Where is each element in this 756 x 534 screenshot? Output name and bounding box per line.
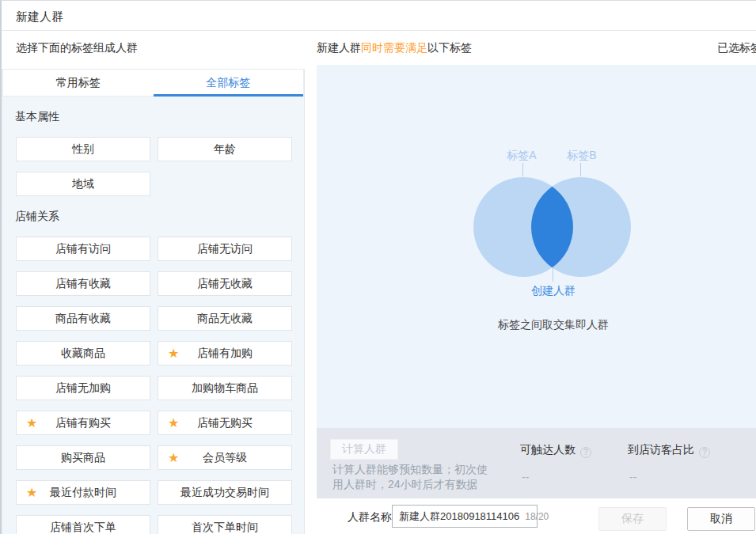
tag-label: 店铺无加购 xyxy=(55,381,111,396)
tag-button[interactable]: 收藏商品 xyxy=(16,341,150,365)
tag-button[interactable]: 加购物车商品 xyxy=(158,376,292,400)
tag-label: 店铺有收藏 xyxy=(55,277,111,291)
tag-grid-shop: 店铺有访问店铺无访问店铺有收藏店铺无收藏商品有收藏商品无收藏收藏商品★店铺有加购… xyxy=(2,237,304,534)
new-crowd-dialog: 新建人群 选择下面的标签组成人群 新建人群同时需要满足以下标签 已选标签 常用标… xyxy=(0,0,756,534)
tab-common-tags[interactable]: 常用标签 xyxy=(3,70,154,96)
tag-button[interactable]: 店铺有收藏 xyxy=(16,271,150,296)
tag-grid-basic: 性别年龄地域 xyxy=(2,137,304,196)
tag-button[interactable]: ★会员等级 xyxy=(158,445,292,470)
metric-label: 到店访客占比 xyxy=(628,443,694,457)
tag-button[interactable]: ★店铺有购买 xyxy=(16,411,150,435)
venn-diagram xyxy=(472,176,634,278)
tag-button[interactable]: 最近成功交易时间 xyxy=(158,480,292,505)
tag-button[interactable]: 商品有收藏 xyxy=(16,306,150,331)
venn-connector-center xyxy=(553,267,553,282)
dialog-footer: 人群名称 新建人群20180918114106 18/20 保存 取消 xyxy=(317,498,756,534)
tag-label: 年龄 xyxy=(214,142,236,157)
tag-button[interactable]: 性别 xyxy=(16,137,150,161)
tag-button[interactable]: ★店铺有加购 xyxy=(158,341,292,365)
dialog-title: 新建人群 xyxy=(16,9,63,25)
dialog-title-bar: 新建人群 xyxy=(2,1,756,31)
tag-label: 店铺无访问 xyxy=(197,242,253,256)
tag-label: 购买商品 xyxy=(61,451,105,465)
tag-tab-bar: 常用标签 全部标签 xyxy=(2,69,304,97)
venn-connector-a xyxy=(522,163,523,176)
tag-label: 店铺有访问 xyxy=(55,242,111,256)
tag-button[interactable]: 店铺无收藏 xyxy=(158,271,292,296)
tag-label: 地域 xyxy=(72,177,94,191)
metric-value: -- xyxy=(629,471,636,483)
subtitle-prefix: 新建人群 xyxy=(317,41,361,54)
tag-label: 性别 xyxy=(72,142,94,157)
tab-all-tags[interactable]: 全部标签 xyxy=(154,70,304,96)
tag-button[interactable]: 店铺无访问 xyxy=(158,237,292,261)
subtitle-suffix: 以下标签 xyxy=(427,41,472,54)
tag-label: 最近付款时间 xyxy=(50,486,116,500)
star-icon: ★ xyxy=(26,487,37,499)
tag-sections: 基本属性 性别年龄地域 店铺关系 店铺有访问店铺无访问店铺有收藏店铺无收藏商品有… xyxy=(2,97,304,534)
section-title-shop: 店铺关系 xyxy=(15,210,290,224)
star-icon: ★ xyxy=(26,417,37,430)
tag-button[interactable]: 年龄 xyxy=(158,137,292,161)
tag-button[interactable]: 首次下单时间 xyxy=(158,515,292,534)
star-icon: ★ xyxy=(168,452,179,464)
cancel-button[interactable]: 取消 xyxy=(687,507,755,531)
tag-label: 首次下单时间 xyxy=(192,521,258,534)
metric-reachable-count: 可触达人数? -- xyxy=(520,442,591,458)
calc-note-line1: 计算人群能够预知数量；初次使 xyxy=(332,463,488,477)
crowd-name-input[interactable]: 新建人群20180918114106 18/20 xyxy=(392,505,538,528)
tag-label: 店铺有购买 xyxy=(55,416,111,430)
tag-label: 会员等级 xyxy=(203,451,247,465)
tag-label: 店铺有加购 xyxy=(197,347,253,361)
selected-tags-link[interactable]: 已选标签 xyxy=(717,41,756,55)
help-icon[interactable]: ? xyxy=(699,447,710,458)
metric-visitor-ratio: 到店访客占比? -- xyxy=(628,442,710,458)
section-title-basic: 基本属性 xyxy=(15,110,290,124)
star-icon: ★ xyxy=(168,417,179,430)
crowd-name-value: 新建人群20180918114106 xyxy=(399,509,519,524)
metric-label: 可触达人数 xyxy=(520,443,576,457)
venn-label-b: 标签B xyxy=(558,149,606,163)
tag-label: 收藏商品 xyxy=(61,347,105,361)
tag-button[interactable]: 店铺首次下单 xyxy=(16,515,150,534)
tag-button[interactable]: 购买商品 xyxy=(16,445,150,470)
tag-button[interactable]: 地域 xyxy=(16,172,150,196)
calc-note-line2: 用人群时，24小时后才有数据 xyxy=(332,478,478,492)
tag-label: 商品无收藏 xyxy=(197,312,253,326)
venn-connector-b xyxy=(580,163,581,176)
help-icon[interactable]: ? xyxy=(580,447,591,458)
tag-label: 店铺无购买 xyxy=(197,416,253,430)
save-button[interactable]: 保存 xyxy=(598,507,667,531)
tag-label: 店铺无收藏 xyxy=(197,277,253,291)
tag-picker-panel: 常用标签 全部标签 基本属性 性别年龄地域 店铺关系 店铺有访问店铺无访问店铺有… xyxy=(2,69,305,534)
subtitle-highlight: 同时需要满足 xyxy=(361,41,427,54)
tag-button[interactable]: 店铺有访问 xyxy=(16,237,150,261)
left-panel-subtitle: 选择下面的标签组成人群 xyxy=(16,41,138,55)
calculate-crowd-button[interactable]: 计算人群 xyxy=(330,439,398,460)
venn-label-a: 标签A xyxy=(498,149,545,163)
tag-button[interactable]: 商品无收藏 xyxy=(158,306,292,331)
right-panel-subtitle: 新建人群同时需要满足以下标签 xyxy=(317,41,472,55)
metric-value: -- xyxy=(522,471,529,483)
tag-label: 商品有收藏 xyxy=(55,312,111,326)
tag-button[interactable]: ★最近付款时间 xyxy=(16,480,150,505)
tag-label: 最近成功交易时间 xyxy=(180,486,269,500)
tag-label: 加购物车商品 xyxy=(192,381,258,396)
tag-label: 店铺首次下单 xyxy=(50,521,116,534)
char-counter: 18/20 xyxy=(525,511,549,522)
star-icon: ★ xyxy=(168,347,179,360)
venn-caption: 标签之间取交集即人群 xyxy=(486,318,621,332)
tag-button[interactable]: 店铺无加购 xyxy=(16,376,150,400)
tag-button[interactable]: ★店铺无购买 xyxy=(158,411,292,435)
crowd-name-label: 人群名称 xyxy=(348,510,392,525)
venn-center-label: 创建人群 xyxy=(514,284,593,298)
stats-bar: 计算人群 计算人群能够预知数量；初次使 用人群时，24小时后才有数据 可触达人数… xyxy=(317,428,756,498)
venn-illustration-panel: 标签A 标签B 创建人群 标签之间取交集即人群 xyxy=(317,65,756,428)
